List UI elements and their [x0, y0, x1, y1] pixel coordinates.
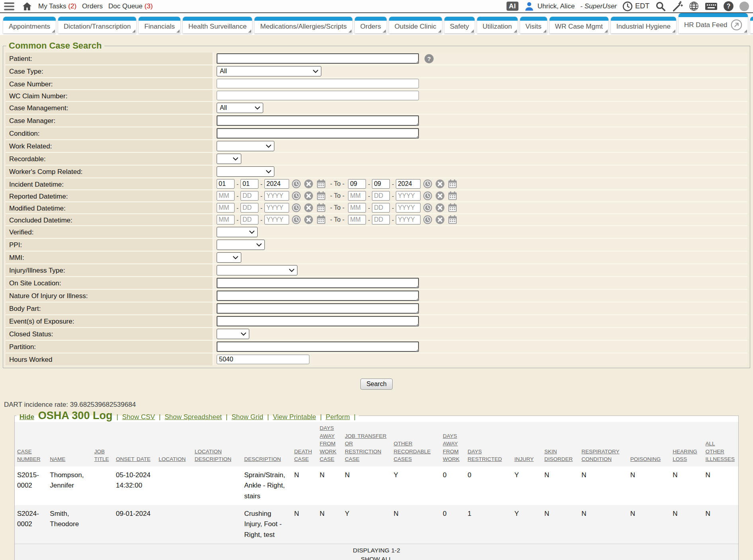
tab-medications-allergies-scripts[interactable]: Medications/Allergies/Scripts — [254, 17, 352, 33]
mmi-select[interactable] — [217, 252, 241, 263]
modified_datetime-to-day-input[interactable] — [372, 203, 390, 213]
calendar-icon[interactable] — [316, 179, 326, 189]
calendar-icon[interactable] — [316, 203, 326, 213]
tab-hr-data-feed[interactable]: HR Data Feed — [679, 13, 748, 33]
help-icon[interactable]: ? — [723, 1, 734, 12]
tab-safety[interactable]: Safety — [444, 17, 475, 33]
tab-outside-clinic[interactable]: Outside Clinic — [389, 17, 442, 33]
work_related-select[interactable] — [217, 141, 274, 151]
column-header-job-transfer-or-restriction-case[interactable]: JOB TRANSFER OR RESTRICTION CASE — [342, 422, 391, 466]
injury_illness_type-select[interactable] — [217, 265, 297, 275]
concluded_datetime-to-day-input[interactable] — [372, 215, 390, 224]
column-header-location[interactable]: LOCATION — [156, 422, 192, 466]
tab-orders[interactable]: Orders — [355, 17, 387, 33]
column-header-respiratory-condition[interactable]: RESPIRATORY CONDITION — [579, 422, 628, 466]
clear-date-icon[interactable] — [304, 215, 313, 224]
events_of_exposure-input[interactable] — [217, 316, 419, 326]
time-picker-icon[interactable] — [423, 191, 432, 201]
calendar-icon[interactable] — [316, 215, 326, 224]
wc_claim_number-input[interactable] — [217, 91, 419, 100]
column-header-injury[interactable]: INJURY — [512, 422, 542, 466]
column-header-location-description[interactable]: LOCATION DESCRIPTION — [192, 422, 242, 466]
clear-date-icon[interactable] — [304, 203, 313, 213]
column-header-all-other-illnesses[interactable]: ALL OTHER ILLNESSES — [703, 422, 738, 466]
tab-visits[interactable]: Visits — [520, 17, 547, 33]
concluded_datetime-from-year-input[interactable] — [264, 215, 289, 224]
modified_datetime-from-month-input[interactable] — [217, 203, 235, 213]
column-header-poisoning[interactable]: POISONING — [628, 422, 670, 466]
tab-dictation-transcription[interactable]: Dictation/Transcription — [58, 17, 137, 33]
osha-link-show-grid[interactable]: Show Grid — [232, 413, 263, 421]
column-header-name[interactable]: NAME — [47, 422, 92, 466]
column-header-description[interactable]: DESCRIPTION — [242, 422, 291, 466]
time-picker-icon[interactable] — [423, 203, 432, 213]
column-header-case-number[interactable]: CASE NUMBER — [15, 422, 47, 466]
modified_datetime-from-day-input[interactable] — [241, 203, 258, 213]
nav-doc-queue[interactable]: Doc Queue (3) — [108, 2, 153, 10]
hours_worked-input[interactable] — [217, 355, 309, 364]
wand-icon[interactable] — [672, 1, 683, 12]
hamburger-menu-icon[interactable] — [4, 2, 14, 10]
tab-wr-case-mgmt[interactable]: WR Case Mgmt — [550, 17, 608, 33]
incident_datetime-to-day-input[interactable] — [372, 179, 390, 189]
keyboard-icon[interactable] — [705, 2, 718, 11]
column-header-hearing-loss[interactable]: HEARING LOSS — [670, 422, 703, 466]
clear-date-icon[interactable] — [304, 191, 313, 201]
reported_datetime-from-day-input[interactable] — [241, 191, 258, 201]
partition-input[interactable] — [217, 341, 419, 352]
column-header-skin-disorder[interactable]: SKIN DISORDER — [542, 422, 579, 466]
osha-link-show-csv[interactable]: Show CSV — [122, 413, 155, 421]
ai-badge[interactable]: AI — [507, 2, 518, 11]
reported_datetime-to-year-input[interactable] — [396, 191, 421, 201]
incident_datetime-from-day-input[interactable] — [241, 179, 258, 189]
tab-quality-of-care[interactable]: Quality of Care — [750, 17, 753, 33]
calendar-icon[interactable] — [316, 191, 326, 201]
calendar-icon[interactable] — [448, 191, 458, 201]
modified_datetime-from-year-input[interactable] — [264, 203, 289, 213]
modified_datetime-to-year-input[interactable] — [396, 203, 421, 213]
calendar-icon[interactable] — [448, 203, 458, 213]
reported_datetime-to-day-input[interactable] — [372, 191, 390, 201]
search-icon[interactable] — [655, 1, 666, 12]
clear-date-icon[interactable] — [435, 191, 445, 201]
column-header-days-away-from-work-case[interactable]: DAYS AWAY FROM WORK CASE — [317, 422, 342, 466]
reported_datetime-to-month-input[interactable] — [348, 191, 366, 201]
case_management-select[interactable]: All — [217, 103, 263, 113]
incident_datetime-to-month-input[interactable] — [348, 179, 366, 189]
tab-appointments[interactable]: Appointments — [3, 17, 56, 33]
column-header-job-title[interactable]: JOB TITLE — [92, 422, 113, 466]
time-picker-icon[interactable] — [291, 203, 301, 213]
on_site_location-input[interactable] — [217, 278, 419, 288]
reported_datetime-from-month-input[interactable] — [217, 191, 235, 201]
column-header-days-restricted[interactable]: DAYS RESTRICTED — [465, 422, 512, 466]
incident_datetime-from-year-input[interactable] — [264, 179, 289, 189]
calendar-icon[interactable] — [448, 179, 458, 189]
time-picker-icon[interactable] — [423, 179, 432, 189]
tab-health-surveillance[interactable]: Health Surveillance — [183, 17, 252, 33]
field-help-icon[interactable]: ? — [424, 54, 434, 64]
incident_datetime-from-month-input[interactable] — [217, 179, 235, 189]
hide-link[interactable]: Hide — [20, 413, 34, 421]
tab-financials[interactable]: Financials — [139, 17, 180, 33]
clear-date-icon[interactable] — [435, 203, 445, 213]
incident_datetime-to-year-input[interactable] — [396, 179, 421, 189]
ppi-select[interactable] — [217, 240, 265, 250]
tab-utilization[interactable]: Utilization — [477, 17, 518, 33]
patient-input[interactable] — [217, 53, 419, 64]
case_manager-input[interactable] — [217, 115, 419, 126]
case_number-input[interactable] — [217, 79, 419, 88]
search-button[interactable]: Search — [360, 379, 393, 390]
time-picker-icon[interactable] — [291, 191, 301, 201]
time-picker-icon[interactable] — [291, 215, 301, 224]
concluded_datetime-to-month-input[interactable] — [348, 215, 366, 224]
tab-industrial-hygiene[interactable]: Industrial Hygiene — [611, 17, 676, 33]
clear-date-icon[interactable] — [435, 215, 445, 224]
nav-orders[interactable]: Orders — [82, 2, 103, 10]
osha-link-show-spreadsheet[interactable]: Show Spreadsheet — [164, 413, 222, 421]
table-row[interactable]: S2015-0002Thompson, Jennifer05-10-2024 1… — [15, 466, 738, 505]
time-picker-icon[interactable] — [423, 215, 432, 224]
modified_datetime-to-month-input[interactable] — [348, 203, 366, 213]
time-picker-icon[interactable] — [291, 179, 301, 189]
show-all-link[interactable]: SHOW ALL — [361, 556, 392, 560]
home-icon[interactable] — [22, 1, 33, 12]
